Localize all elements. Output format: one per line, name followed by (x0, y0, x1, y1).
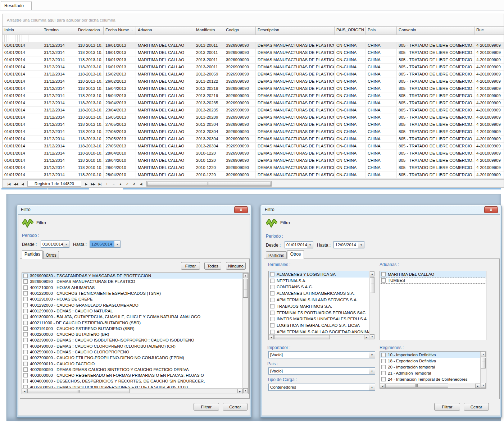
post-button[interactable]: ✓ (124, 182, 131, 186)
checkbox[interactable] (381, 365, 386, 369)
collapse-button[interactable]: ◀ (137, 182, 144, 186)
list-item[interactable]: MARITIMA DEL CALLAO (380, 271, 486, 278)
column-header-ruc[interactable]: Ruc (475, 27, 504, 35)
checkbox[interactable] (23, 309, 28, 313)
pais-select[interactable]: [Vacío] ▾ (268, 367, 375, 375)
nav-next-button[interactable]: ▶ (83, 182, 90, 186)
list-item[interactable]: CONTRANS S.A.C. (269, 284, 369, 290)
dropdown-arrow-icon[interactable]: ▾ (369, 368, 375, 374)
scroll-down-icon[interactable]: ▼ (370, 334, 374, 339)
checkbox[interactable] (23, 356, 28, 360)
checkbox[interactable] (381, 377, 386, 381)
nav-prev-button[interactable]: ◀ (19, 182, 26, 186)
checkbox[interactable] (23, 332, 28, 336)
list-item[interactable]: 24 - Internación Temporal de Contenedore… (380, 376, 480, 382)
dropdown-arrow-icon[interactable]: ▾ (369, 352, 375, 358)
column-header-descripcion[interactable]: Descripcion (256, 27, 335, 35)
delete-button[interactable]: − (110, 182, 117, 186)
checkbox[interactable] (23, 350, 28, 354)
list-item[interactable]: 4002990010 - CAUCHO FACTICIO (22, 361, 242, 366)
table-row[interactable]: 01/01/201431/12/2014118-2010-10…28/04/20… (3, 157, 504, 164)
hasta-value[interactable]: 12/06/2014 (334, 242, 358, 248)
horizontal-scrollbar[interactable]: ◀ ▶ (380, 383, 480, 388)
checkbox[interactable] (270, 304, 274, 308)
close-button[interactable]: X (484, 206, 498, 213)
nav-last-button[interactable]: ▶| (96, 182, 103, 186)
filtrar-button[interactable]: Filtrar (194, 403, 219, 411)
scrollbar-thumb[interactable] (385, 384, 448, 388)
table-row[interactable]: 01/01/201431/12/2014118-2013-10…27/05/20… (3, 143, 504, 150)
desde-value[interactable]: 01/01/2014 (285, 242, 307, 248)
checkbox[interactable] (23, 321, 28, 325)
column-header-manifiesto[interactable]: Manifiesto (194, 27, 224, 35)
cerrar-button[interactable]: Cerrar (223, 403, 248, 411)
checkbox[interactable] (270, 317, 274, 321)
list-item[interactable]: 4002490000 - DEMAS : CAUCHO CLOROPRENO (… (22, 343, 242, 349)
dropdown-arrow-icon[interactable]: ▾ (307, 242, 313, 248)
checkbox[interactable] (381, 278, 386, 283)
list-item[interactable]: 4002111000 - DE CAUCHO ESTIRENO-BUTADIEN… (22, 320, 242, 325)
ninguno-button[interactable]: Ninguno (226, 262, 246, 270)
tab-otros[interactable]: Otros (287, 250, 304, 259)
table-row[interactable]: 01/01/201431/12/2014118-2013-10…16/01/20… (3, 56, 504, 64)
vertical-scrollbar[interactable]: ▲ ▼ (480, 352, 486, 388)
checkbox[interactable] (270, 291, 274, 296)
table-row[interactable]: 01/01/201431/12/2014118-2013-10…23/04/20… (3, 107, 504, 114)
dropdown-arrow-icon[interactable]: ▾ (114, 241, 120, 247)
scroll-up-icon[interactable]: ▲ (370, 271, 374, 276)
hasta-date-picker[interactable]: 12/06/2014 ▾ (333, 241, 364, 248)
checkbox[interactable] (23, 297, 28, 301)
list-item[interactable]: LOGISTICA INTEGRAL CALLAO S.A. LICSA (269, 322, 369, 329)
checkbox[interactable] (381, 371, 386, 375)
scroll-right-icon[interactable]: ▶ (475, 384, 480, 388)
scrollbar-thumb[interactable] (370, 277, 374, 293)
list-item[interactable]: 4001299000 - DEMAS : CAUCHO NATURAL (22, 308, 242, 314)
hasta-value[interactable]: 12/06/2014 (90, 241, 114, 247)
scrollbar-thumb[interactable] (274, 335, 330, 339)
filter-cell[interactable] (26, 35, 28, 42)
table-row[interactable]: 01/01/201431/12/2014118-2013-10…26/02/20… (3, 78, 504, 85)
list-item[interactable]: TUMBES (380, 278, 486, 284)
list-item[interactable]: 4002990090 - DEMAS:DEMAS CAUCHO SINTETIC… (22, 367, 242, 372)
list-item[interactable]: INVERS.MARITIMAS UNIVERSALES PERU S.A (269, 316, 369, 322)
list-item[interactable]: ALMACENES Y LOGISTICA SA (269, 271, 369, 278)
table-row[interactable]: 01/01/201431/12/2014118-2010-10…28/04/20… (3, 171, 504, 179)
column-header-termino[interactable]: Termino (42, 27, 76, 35)
table-row[interactable]: 01/01/201431/12/2014118-2013-10…27/05/20… (3, 121, 504, 128)
tab-partidas[interactable]: Partidas (22, 250, 43, 259)
scrollbar-thumb[interactable] (481, 358, 486, 368)
vertical-scrollbar[interactable]: ▲ ▼ (369, 271, 375, 340)
filtrar-list-button[interactable]: Filtrar (181, 262, 200, 270)
table-row[interactable]: 01/01/201431/12/2014118-2010-10…28/04/20… (3, 150, 504, 157)
horizontal-scrollbar[interactable]: ◀ ▶ (22, 388, 242, 394)
scroll-left-icon[interactable]: ◀ (22, 389, 27, 393)
tab-otros[interactable]: Otros (43, 251, 59, 259)
desde-value[interactable]: 01/01/2014 (41, 241, 63, 247)
list-item[interactable]: 21 - Admisión Temporal (380, 370, 480, 376)
list-item[interactable]: 4005200090 - DEMAS DISOLUCION DISPERSION… (22, 384, 242, 388)
list-item[interactable]: 4001220000 - CAUCHOS TECNICAMENTE ESPECI… (22, 290, 242, 296)
nav-prev-page-button[interactable]: ◀◀ (12, 182, 19, 186)
desde-date-picker[interactable]: 01/01/2014 ▾ (285, 241, 313, 248)
close-button[interactable]: X (234, 206, 248, 213)
column-header-convenio[interactable]: Convenio (397, 27, 475, 35)
horizontal-scrollbar[interactable]: ◀ ▶ (269, 334, 369, 340)
importador-select[interactable]: [Vacío] ▾ (268, 351, 375, 358)
list-item[interactable]: 3926909090 - DEMAS MANUFACTURAS DE PLAST… (22, 279, 242, 284)
nav-next-page-button[interactable]: ▶▶ (90, 182, 96, 186)
list-item[interactable]: 4003000000 - CAUCHO REGENERADO EN FORMAS… (22, 372, 242, 378)
checkbox[interactable] (23, 338, 28, 342)
checkbox[interactable] (23, 344, 28, 348)
list-item[interactable]: APM TERMINALS INLAND SERVICES S.A. (269, 297, 369, 303)
filtrar-button[interactable]: Filtrar (434, 403, 460, 411)
group-by-bar[interactable]: Arrastre una columna aquí para agrupar p… (3, 14, 504, 26)
checkbox[interactable] (23, 315, 28, 319)
append-button[interactable]: + (103, 182, 110, 186)
scroll-left-icon[interactable]: ◀ (380, 384, 385, 388)
column-header-aduana[interactable]: Aduana (136, 27, 194, 35)
scrollbar-thumb[interactable] (27, 389, 130, 393)
checkbox[interactable] (270, 311, 274, 315)
desde-date-picker[interactable]: 01/01/2014 ▾ (41, 241, 69, 248)
checkbox[interactable] (23, 385, 28, 388)
list-item[interactable]: TERMINALES PORTUARIOS PERUANOS SAC (269, 310, 369, 316)
